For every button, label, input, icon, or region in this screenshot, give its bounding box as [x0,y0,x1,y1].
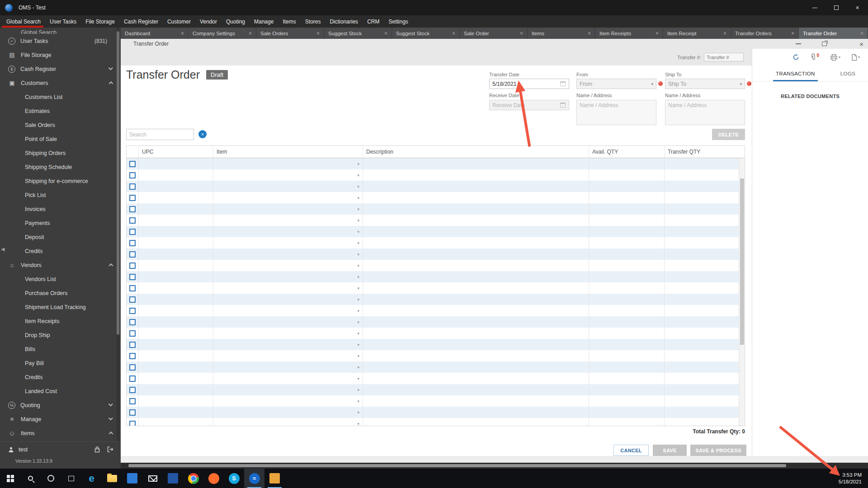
taskbar-mail-icon[interactable] [142,469,163,488]
table-cell-description[interactable] [363,373,589,384]
ship-name-textarea[interactable] [665,100,745,125]
dropdown-icon[interactable]: ▾ [357,354,359,358]
taskbar-chrome-icon[interactable] [183,469,203,488]
taskbar-start-icon[interactable] [0,469,20,488]
sidebar-item-purchase-orders[interactable]: Purchase Orders [0,286,121,300]
clear-search-icon[interactable]: × [198,130,207,138]
tab-suggest-stock[interactable]: Suggest Stock× [392,28,459,39]
dropdown-icon[interactable]: ▾ [357,173,359,178]
table-cell-item[interactable]: ▾ [213,316,363,328]
dropdown-icon[interactable]: ▾ [357,218,359,223]
menu-dictionaries[interactable]: Dictionaries [325,15,363,28]
table-cell-item[interactable]: ▾ [213,328,363,339]
table-cell-item[interactable]: ▾ [213,282,363,294]
sidebar-item-customers[interactable]: ▣Customers [0,76,121,90]
dropdown-icon[interactable]: ▾ [357,388,359,392]
table-cell-transfer-qty[interactable] [665,395,739,407]
menu-settings[interactable]: Settings [384,15,412,28]
tab-close-icon[interactable]: × [449,30,455,37]
table-cell-transfer-qty[interactable] [665,361,739,373]
sidebar-item-bills[interactable]: Bills [0,342,121,356]
tab-transfer-order[interactable]: Transfer Order× [799,28,868,39]
delete-button[interactable]: DELETE [712,129,745,140]
sidebar-item-shipping-orders[interactable]: Shipping Orders [0,146,121,160]
table-cell-item[interactable]: ▾ [213,361,363,373]
table-cell-upc[interactable] [139,226,213,237]
row-checkbox[interactable] [129,421,136,426]
taskbar-store-icon[interactable] [122,469,142,488]
tab-dashboard[interactable]: Dashboard× [121,28,188,39]
table-cell-upc[interactable] [139,294,213,305]
tab-items[interactable]: Items× [528,28,595,39]
table-cell-transfer-qty[interactable] [665,215,739,226]
table-cell-upc[interactable] [139,361,213,373]
sidebar-item-pay-bill[interactable]: Pay Bill [0,356,121,370]
sidebar-item-file-storage[interactable]: ▤File Storage [0,48,121,62]
table-cell-upc[interactable] [139,395,213,407]
table-cell-upc[interactable] [139,192,213,203]
sidebar-item-customers-list[interactable]: Customers List [0,90,121,104]
close-button[interactable]: × [847,0,868,15]
table-cell-upc[interactable] [139,305,213,316]
row-checkbox[interactable] [129,229,136,235]
table-cell-upc[interactable] [139,418,213,426]
row-checkbox[interactable] [129,409,136,416]
print-dropdown-icon[interactable]: ▾ [839,55,840,59]
table-cell-item[interactable]: ▾ [213,271,363,282]
sidebar-item-credits[interactable]: Credits [0,244,121,258]
sidebar-item-estimates[interactable]: Estimates [0,104,121,118]
table-cell-description[interactable] [363,316,589,328]
table-cell-item[interactable]: ▾ [213,350,363,361]
sidebar-item-cash-register[interactable]: $Cash Register [0,62,121,76]
row-checkbox[interactable] [129,195,136,201]
menu-vendor[interactable]: Vendor [195,15,222,28]
print-icon[interactable]: ▾ [830,54,840,61]
sidebar-item-shipment-load-tracking[interactable]: Shipment Load Tracking [0,300,121,314]
dropdown-icon[interactable]: ▾ [357,331,359,336]
tab-close-icon[interactable]: × [585,30,591,37]
table-cell-description[interactable] [363,226,589,237]
dropdown-icon[interactable]: ▾ [357,399,359,404]
table-cell-upc[interactable] [139,271,213,282]
table-cell-transfer-qty[interactable] [665,192,739,203]
menu-crm[interactable]: CRM [363,15,384,28]
table-cell-upc[interactable] [139,407,213,418]
sidebar-item-user-tasks[interactable]: ✓User Tasks(831) [0,34,121,48]
tab-item-receipt[interactable]: Item Receipt× [663,28,731,39]
taskbar-app-blue-icon[interactable] [163,469,183,488]
table-cell-description[interactable] [363,215,589,226]
taskbar-cortana-icon[interactable] [41,469,61,488]
table-cell-item[interactable]: ▾ [213,395,363,407]
menu-items[interactable]: Items [278,15,300,28]
tab-close-icon[interactable]: × [314,30,320,37]
logout-icon[interactable] [107,446,114,453]
menu-customer[interactable]: Customer [163,15,195,28]
sidebar-item-drop-ship[interactable]: Drop Ship [0,328,121,342]
row-checkbox[interactable] [129,319,136,325]
dropdown-icon[interactable]: ▾ [357,286,359,291]
dropdown-icon[interactable]: ▾ [357,207,359,211]
taskbar-skype-icon[interactable]: S [224,469,244,488]
menu-file-storage[interactable]: File Storage [81,15,119,28]
table-cell-item[interactable]: ▾ [213,192,363,203]
table-cell-description[interactable] [363,158,589,169]
table-cell-item[interactable]: ▾ [213,237,363,249]
search-input[interactable] [126,129,194,140]
table-cell-upc[interactable] [139,384,213,395]
lock-icon[interactable] [94,446,100,453]
menu-manage[interactable]: Manage [250,15,278,28]
sidebar-item-pick-list[interactable]: Pick List [0,188,121,202]
row-checkbox[interactable] [129,285,136,291]
cancel-button[interactable]: CANCEL [613,445,649,456]
table-cell-description[interactable] [363,395,589,407]
sidebar-scrollbar-thumb[interactable] [117,31,119,335]
table-cell-transfer-qty[interactable] [665,350,739,361]
dropdown-icon[interactable]: ▾ [357,309,359,313]
table-cell-transfer-qty[interactable] [665,373,739,384]
table-cell-transfer-qty[interactable] [665,169,739,181]
table-cell-item[interactable]: ▾ [213,373,363,384]
table-cell-upc[interactable] [139,260,213,271]
table-cell-transfer-qty[interactable] [665,328,739,339]
table-cell-description[interactable] [363,350,589,361]
sync-icon[interactable] [792,53,800,61]
